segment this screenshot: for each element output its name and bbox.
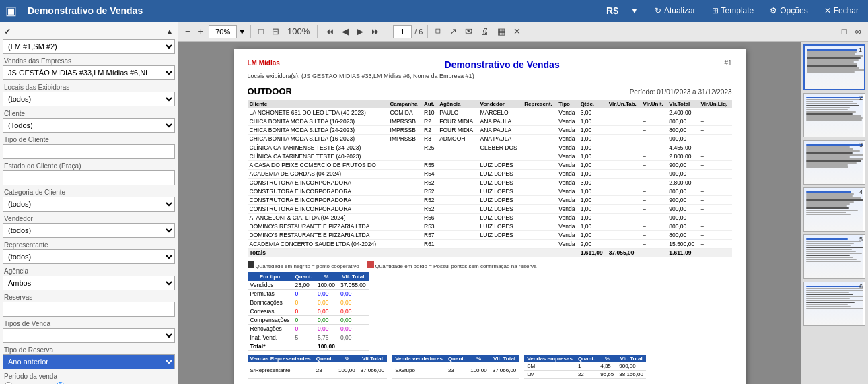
tipos-venda-select[interactable] xyxy=(3,328,175,343)
view-grid-button[interactable]: ▦ xyxy=(495,25,508,38)
zoom-100-button[interactable]: 100% xyxy=(285,25,312,38)
table-cell xyxy=(607,187,641,196)
summary-cell: 0,00 xyxy=(338,290,369,298)
single-page-view-button[interactable]: □ xyxy=(839,25,850,38)
table-cell xyxy=(437,170,478,179)
page-single-button[interactable]: □ xyxy=(256,25,266,38)
vendedor-select[interactable]: (todos) xyxy=(3,223,175,238)
zoom-in-button[interactable]: + xyxy=(196,25,207,38)
table-cell: − xyxy=(641,196,667,205)
reservas-input[interactable]: 0 xyxy=(3,302,175,317)
table-cell: 15.500,00 xyxy=(667,240,698,249)
tipo-reserva-select[interactable]: Ano anterior xyxy=(3,354,175,369)
nav-next-button[interactable]: ▶ xyxy=(354,25,366,38)
empresa-table: Vendas empresas Quant. % Vlt. Total SM 1 xyxy=(524,355,646,379)
zoom-dropdown-icon[interactable]: ▼ xyxy=(238,28,246,36)
thumbnail-item[interactable]: 1 xyxy=(803,44,865,90)
table-cell xyxy=(522,117,556,126)
table-row: CONSTRUTORA E INCORPORADORAR52LUIZ LOPES… xyxy=(248,196,732,205)
categoria-select[interactable]: (todos) xyxy=(3,197,175,212)
copy-button[interactable]: ⧉ xyxy=(433,25,444,38)
table-cell: CHICA BONITA MODA S.LTDA (16-2023) xyxy=(248,135,388,143)
update-button[interactable]: ↻ Atualizar xyxy=(651,5,700,17)
zoom-out-button[interactable]: − xyxy=(182,25,193,38)
options-button[interactable]: ⚙ Opções xyxy=(766,5,811,17)
totals-label: Totais xyxy=(248,249,579,257)
summary-total-cell: Total* xyxy=(248,342,293,351)
tipo-cliente-input[interactable]: 0 xyxy=(3,144,175,159)
estado-input[interactable]: 0 xyxy=(3,170,175,185)
table-cell: R56 xyxy=(422,214,437,222)
table-cell: 3,00 xyxy=(579,108,607,117)
col-aut: Aut. xyxy=(422,100,437,108)
table-cell xyxy=(388,170,422,179)
thumbnail-item[interactable]: 3 xyxy=(803,140,865,185)
legend1-text: Quantidade em negrito = ponto cooperativ… xyxy=(256,263,359,269)
table-cell: − xyxy=(641,117,667,126)
table-cell: Venda xyxy=(556,170,578,179)
page-double-button[interactable]: ⊟ xyxy=(269,25,282,38)
rep-header-row: Vendas Representantes Quant. % Vlt.Total xyxy=(248,355,388,362)
nav-last-button[interactable]: ⏭ xyxy=(369,25,383,38)
emp-row2-name: LM xyxy=(524,371,575,379)
representante-select[interactable]: (todos) xyxy=(3,249,175,264)
locais-select[interactable]: (todos) xyxy=(3,92,175,106)
print-button[interactable]: 🖨 xyxy=(478,25,492,38)
currency-dropdown[interactable]: ▼ xyxy=(626,5,643,17)
cliente-select[interactable]: (Todos) xyxy=(3,118,175,133)
thumbnail-item[interactable]: 5 xyxy=(803,234,865,279)
nav-prev-button[interactable]: ◀ xyxy=(339,25,351,38)
view-close-button[interactable]: ✕ xyxy=(511,25,523,38)
table-cell: CLÍNICA CA TARINENSE TESTE (40-2023) xyxy=(248,152,388,161)
agencia-select[interactable]: Ambos xyxy=(3,276,175,290)
page-number-input[interactable] xyxy=(393,25,412,38)
rep-row-name: S/Representante xyxy=(248,362,314,379)
table-cell: Venda xyxy=(556,143,578,152)
vendor-row-name: S/Grupo xyxy=(392,362,445,379)
table-cell: ADMOOH xyxy=(437,135,478,143)
table-cell: Venda xyxy=(556,231,578,240)
filter-section-header[interactable]: ✓ ▲ xyxy=(3,24,175,39)
table-cell: Venda xyxy=(556,240,578,249)
representante-label: Representante xyxy=(3,240,175,249)
summary-cell: 0,00 xyxy=(315,290,338,298)
table-cell: Venda xyxy=(556,222,578,231)
table-cell: LUIZ LOPES xyxy=(478,205,522,214)
table-cell: − xyxy=(641,152,667,161)
table-cell: − xyxy=(698,170,731,179)
continuous-view-button[interactable]: ∞ xyxy=(853,25,864,38)
vendedor-label: Vendedor xyxy=(3,214,175,223)
thumbnail-item[interactable]: 4 xyxy=(803,187,865,232)
table-cell: − xyxy=(698,117,731,126)
table-cell xyxy=(478,152,522,161)
summary-cell: 0,00 xyxy=(315,298,338,307)
table-cell: − xyxy=(641,214,667,222)
table-cell: 800,00 xyxy=(667,187,698,196)
thumbnail-item[interactable]: 6 xyxy=(803,282,865,326)
thumbnail-preview xyxy=(804,282,863,325)
table-cell: − xyxy=(698,179,731,187)
table-cell: 1,00 xyxy=(579,231,607,240)
table-cell: ANA PAULA xyxy=(478,135,522,143)
thumbnail-item[interactable]: 2 xyxy=(803,93,865,137)
empresa-select[interactable]: JS GESTÃO MIDIAS #33,LM Mídias #6,Ni xyxy=(3,65,175,80)
thumbnail-preview xyxy=(804,141,863,184)
lm-sm-select[interactable]: (LM #1,SM #2) xyxy=(3,39,175,54)
vendas-empresas-label: Vendas das Empresas xyxy=(3,56,175,65)
table-cell: R52 xyxy=(422,205,437,214)
table-cell: LUIZ LOPES xyxy=(478,179,522,187)
template-button[interactable]: ⊞ Template xyxy=(708,5,758,17)
document-container[interactable]: LM Mídias Demonstrativo de Vendas #1 Loc… xyxy=(178,42,801,384)
zoom-input[interactable] xyxy=(209,25,237,38)
nav-first-button[interactable]: ⏮ xyxy=(322,25,336,38)
table-cell xyxy=(388,143,422,152)
summary-cell: Inat. Vend. xyxy=(248,333,293,342)
table-cell: 3,00 xyxy=(579,179,607,187)
share-button[interactable]: ↗ xyxy=(447,25,460,38)
sidebar-scroll-up-icon[interactable]: ▲ xyxy=(166,27,174,36)
table-cell xyxy=(607,152,641,161)
close-button[interactable]: ✕ Fechar xyxy=(820,5,863,17)
toolbar-sep-4 xyxy=(427,25,428,38)
table-cell xyxy=(522,179,556,187)
email-button[interactable]: ✉ xyxy=(462,25,475,38)
